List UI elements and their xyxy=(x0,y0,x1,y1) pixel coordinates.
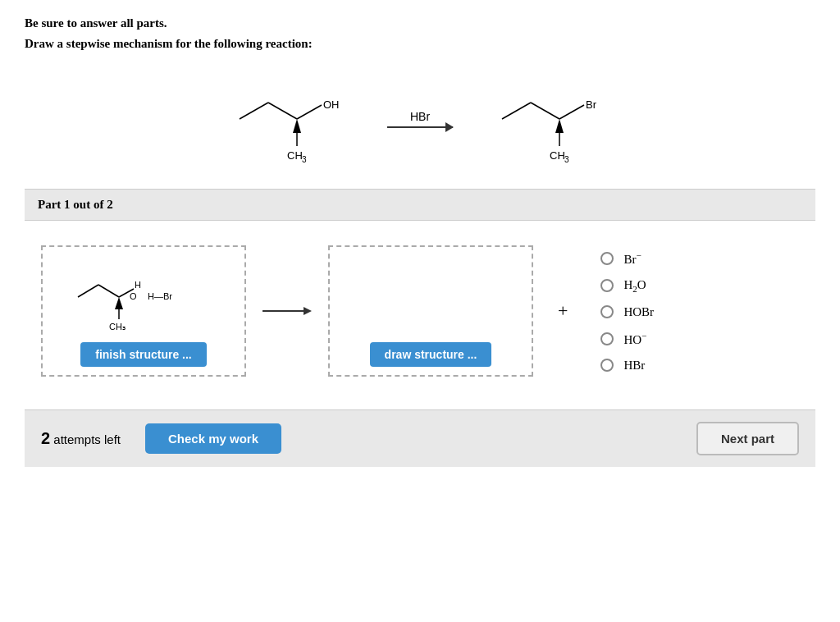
reagent-item-ho[interactable]: HO− xyxy=(600,331,654,347)
check-my-work-button[interactable]: Check my work xyxy=(145,423,281,454)
svg-text:H—Br: H—Br xyxy=(148,291,172,301)
bottom-bar: 2 attempts left Check my work Next part xyxy=(25,409,815,467)
mechanism-area: H CH₃ O H—Br finish structure ... xyxy=(25,237,815,393)
reactant-structure: OH CH 3 xyxy=(223,74,354,164)
reagent-item-hbr[interactable]: HBr xyxy=(600,359,654,373)
reagent-ho-label: HO− xyxy=(623,331,646,347)
step1-molecule: H CH₃ O H—Br xyxy=(70,252,217,334)
svg-line-2 xyxy=(297,105,322,119)
svg-line-1 xyxy=(268,103,297,119)
radio-hobr[interactable] xyxy=(600,305,614,318)
svg-line-9 xyxy=(531,103,559,119)
structure-box-1-inner: H CH₃ O H—Br xyxy=(43,244,244,342)
svg-text:CH: CH xyxy=(550,149,565,162)
attempts-count: 2 xyxy=(41,429,50,447)
radio-hbr[interactable] xyxy=(600,359,614,372)
svg-text:Br: Br xyxy=(586,98,597,111)
radio-br[interactable] xyxy=(600,252,614,265)
reaction-display: OH CH 3 HBr Br CH 3 xyxy=(25,57,815,189)
structure-box-2: draw structure ... xyxy=(328,245,533,377)
next-part-button[interactable]: Next part xyxy=(696,422,799,455)
attempts-display: 2 attempts left xyxy=(41,429,121,448)
svg-text:OH: OH xyxy=(323,98,340,111)
svg-marker-26 xyxy=(304,307,312,315)
reaction-arrow-area: HBr xyxy=(387,110,453,128)
reagent-item-hobr[interactable]: HOBr xyxy=(600,305,654,319)
structure-box-2-inner xyxy=(330,247,532,342)
radio-ho[interactable] xyxy=(600,332,614,345)
svg-text:CH: CH xyxy=(287,149,303,162)
reagent-br-label: Br− xyxy=(623,250,641,267)
part-header: Part 1 out of 2 xyxy=(25,189,815,221)
attempts-label-text: attempts left xyxy=(53,432,121,446)
svg-line-17 xyxy=(98,285,119,297)
svg-text:O: O xyxy=(130,291,137,301)
svg-text:3: 3 xyxy=(564,155,569,164)
instruction-line2: Draw a stepwise mechanism for the follow… xyxy=(25,37,815,51)
reagent-hobr-label: HOBr xyxy=(623,305,654,319)
svg-text:CH₃: CH₃ xyxy=(109,322,126,332)
product-structure: Br CH 3 xyxy=(486,74,617,164)
svg-marker-20 xyxy=(115,297,123,309)
svg-line-0 xyxy=(240,103,268,119)
structure-box-1: H CH₃ O H—Br finish structure ... xyxy=(41,245,246,377)
reaction-arrow xyxy=(387,126,453,128)
svg-marker-11 xyxy=(555,119,564,133)
instruction-line1: Be sure to answer all parts. xyxy=(25,16,815,30)
draw-structure-button[interactable]: draw structure ... xyxy=(370,342,492,367)
finish-structure-button[interactable]: finish structure ... xyxy=(80,342,206,367)
svg-marker-3 xyxy=(293,119,301,133)
svg-line-8 xyxy=(502,103,531,119)
reagents-panel: Br− H2O HOBr HO− HBr xyxy=(600,250,654,373)
svg-line-16 xyxy=(78,285,98,297)
reagent-h2o-label: H2O xyxy=(623,278,646,294)
reagent-hbr-label: HBr xyxy=(410,110,430,123)
svg-text:H: H xyxy=(135,280,141,290)
svg-text:3: 3 xyxy=(302,155,307,164)
svg-line-10 xyxy=(559,105,584,119)
reagent-item-br[interactable]: Br− xyxy=(600,250,654,267)
reagent-item-h2o[interactable]: H2O xyxy=(600,278,654,294)
radio-h2o[interactable] xyxy=(600,279,614,292)
plus-sign: + xyxy=(558,300,568,322)
mechanism-arrow xyxy=(262,303,312,319)
reagent-hbr-label: HBr xyxy=(623,359,645,373)
